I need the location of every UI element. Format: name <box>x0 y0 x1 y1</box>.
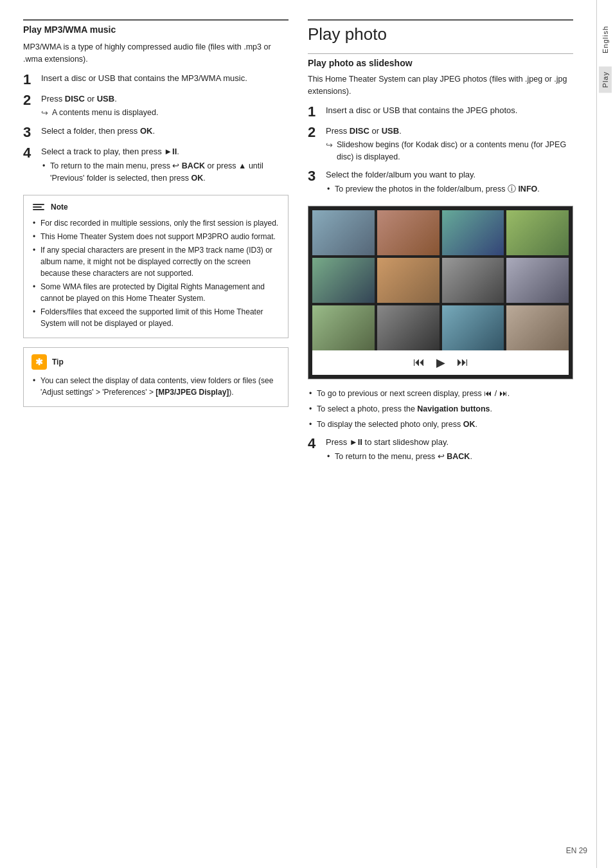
note-icon <box>31 202 46 212</box>
photo-cell-11 <box>442 305 504 350</box>
right-step-4-bullet-1: To return to the menu, press ↩ BACK. <box>326 451 573 463</box>
right-step-2: 2 Press DISC or USB. ↪ Slideshow begins … <box>308 125 573 163</box>
step-4-bullets: To return to the main menu, press ↩ BACK… <box>41 160 289 185</box>
right-intro: This Home Theater System can play JPEG p… <box>308 73 573 98</box>
photo-cell-3 <box>442 210 504 255</box>
step-4: 4 Select a track to play, then press ►II… <box>23 145 289 186</box>
step-3-text: Select a folder, then press OK. <box>41 125 289 138</box>
left-intro: MP3/WMA is a type of highly compressed a… <box>23 41 289 66</box>
photo-cell-12 <box>506 305 569 350</box>
side-tab-container: English Play <box>596 0 613 868</box>
step-1: 1 Insert a disc or USB that contains the… <box>23 72 289 87</box>
photo-grid-container: ⏮ ▶ ⏭ <box>308 206 573 379</box>
photo-cell-10 <box>377 305 440 350</box>
after-grid-bullets: To go to previous or next screen display… <box>308 387 573 431</box>
step-1-num: 1 <box>23 72 41 87</box>
tip-icon: ✱ <box>31 354 47 370</box>
play-button[interactable]: ▶ <box>436 356 445 370</box>
photo-cell-9 <box>312 305 375 350</box>
right-step-4-text: Press ►II to start slideshow play. To re… <box>326 436 573 464</box>
after-grid-bullet-2: To select a photo, press the Navigation … <box>308 402 573 415</box>
right-column: Play photo Play photo as slideshow This … <box>308 19 573 469</box>
right-step-4-num: 4 <box>308 436 326 451</box>
photo-cell-8 <box>506 258 569 303</box>
note-bullet-2: This Home Theater System does not suppor… <box>31 231 280 242</box>
photo-cell-7 <box>442 258 504 303</box>
right-step-1: 1 Insert a disc or USB that contains the… <box>308 104 573 120</box>
right-step-1-text: Insert a disc or USB that contains the J… <box>326 104 573 117</box>
next-button[interactable]: ⏭ <box>457 356 468 369</box>
photo-cell-4 <box>506 210 569 255</box>
photo-cell-5 <box>312 258 375 303</box>
note-bullet-5: Folders/files that exceed the supported … <box>31 306 280 329</box>
left-column: Play MP3/WMA music MP3/WMA is a type of … <box>23 19 289 469</box>
right-step-2-text: Press DISC or USB. ↪ Slideshow begins (f… <box>326 125 573 163</box>
right-step-3-bullet-1: To preview the photos in the folder/albu… <box>326 183 573 195</box>
right-step-4-bullets: To return to the menu, press ↩ BACK. <box>326 451 573 463</box>
tip-label: Tip <box>52 357 64 366</box>
photo-cell-1 <box>312 210 375 255</box>
subsection-title: Play photo as slideshow <box>308 53 573 68</box>
page-container: Play MP3/WMA music MP3/WMA is a type of … <box>0 0 613 868</box>
right-step-3-text: Select the folder/album you want to play… <box>326 168 573 197</box>
page-number: EN 29 <box>566 846 587 855</box>
note-bullet-1: For disc recorded in multiple sessions, … <box>31 217 280 229</box>
photo-cell-2 <box>377 210 440 255</box>
two-column-layout: Play MP3/WMA music MP3/WMA is a type of … <box>23 19 573 469</box>
tip-box: ✱ Tip You can select the display of data… <box>23 347 289 407</box>
photo-grid <box>312 210 569 350</box>
note-bullet-3: If any special characters are present in… <box>31 244 280 279</box>
tip-bullet-1: You can select the display of data conte… <box>31 375 280 398</box>
right-step-3-num: 3 <box>308 168 326 184</box>
right-step-3: 3 Select the folder/album you want to pl… <box>308 168 573 197</box>
step-3-num: 3 <box>23 125 41 140</box>
photo-cell-6 <box>377 258 440 303</box>
step-2-num: 2 <box>23 93 41 108</box>
right-step-3-bullets: To preview the photos in the folder/albu… <box>326 183 573 195</box>
prev-button[interactable]: ⏮ <box>413 356 425 369</box>
after-grid-bullet-1: To go to previous or next screen display… <box>308 387 573 400</box>
side-tab-english: English <box>601 26 609 53</box>
note-bullets: For disc recorded in multiple sessions, … <box>31 217 280 329</box>
main-content: Play MP3/WMA music MP3/WMA is a type of … <box>0 0 596 868</box>
step-4-text: Select a track to play, then press ►II. … <box>41 145 289 186</box>
tip-bullets: You can select the display of data conte… <box>31 375 280 398</box>
note-header: Note <box>31 202 280 212</box>
media-controls: ⏮ ▶ ⏭ <box>312 350 569 375</box>
after-grid-bullet-3: To display the selected photo only, pres… <box>308 418 573 431</box>
right-step-2-num: 2 <box>308 125 326 140</box>
step-2: 2 Press DISC or USB. ↪ A contents menu i… <box>23 93 289 120</box>
right-step-1-num: 1 <box>308 104 326 120</box>
step-3: 3 Select a folder, then press OK. <box>23 125 289 140</box>
side-tab-play: Play <box>599 66 612 93</box>
step-4-bullet-1: To return to the main menu, press ↩ BACK… <box>41 160 289 185</box>
step-2-text: Press DISC or USB. ↪ A contents menu is … <box>41 93 289 120</box>
right-section-title: Play photo <box>308 19 573 44</box>
note-box: Note For disc recorded in multiple sessi… <box>23 195 289 338</box>
tip-header: ✱ Tip <box>31 354 280 370</box>
step-4-num: 4 <box>23 145 41 161</box>
left-section-title: Play MP3/WMA music <box>23 19 289 35</box>
note-bullet-4: Some WMA files are protected by Digital … <box>31 281 280 304</box>
right-step-4: 4 Press ►II to start slideshow play. To … <box>308 436 573 464</box>
note-label: Note <box>51 203 68 212</box>
step-1-text: Insert a disc or USB that contains the M… <box>41 72 289 85</box>
